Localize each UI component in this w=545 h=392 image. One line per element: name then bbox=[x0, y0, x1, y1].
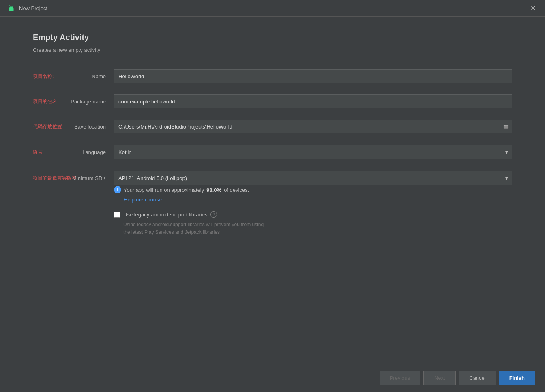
browse-button[interactable] bbox=[500, 120, 512, 133]
package-label-container: Package name bbox=[33, 99, 114, 105]
save-input-container bbox=[114, 120, 512, 133]
package-row: 项目的包名 Package name bbox=[33, 94, 512, 108]
sdk-info: i Your app will run on approximately 98.… bbox=[114, 186, 512, 203]
name-label-text: Name bbox=[92, 73, 106, 79]
info-icon: i bbox=[114, 186, 121, 193]
sdk-select-container: API 21: Android 5.0 (Lollipop) API 22: A… bbox=[114, 171, 512, 185]
legacy-checkbox-row: Use legacy android.support.libraries ? bbox=[114, 211, 512, 218]
sdk-info-suffix: of devices. bbox=[224, 187, 249, 193]
next-button[interactable]: Next bbox=[423, 371, 456, 385]
dialog-content: Empty Activity Creates a new empty activ… bbox=[0, 17, 545, 364]
checkbox-label: Use legacy android.support.libraries bbox=[123, 212, 207, 218]
name-input-container bbox=[114, 69, 512, 83]
new-project-dialog: New Project ✕ Empty Activity Creates a n… bbox=[0, 0, 545, 392]
title-bar: New Project ✕ bbox=[0, 0, 545, 17]
save-row: 代码存放位置 Save location bbox=[33, 120, 512, 133]
package-input[interactable] bbox=[114, 94, 512, 108]
language-label-container: Language bbox=[33, 149, 114, 155]
activity-subtitle: Creates a new empty activity bbox=[33, 47, 512, 53]
language-select-wrapper: Kotlin Java bbox=[114, 145, 512, 159]
sdk-label: Minimum SDK bbox=[72, 175, 106, 181]
name-input[interactable] bbox=[114, 69, 512, 83]
title-bar-left: New Project bbox=[7, 4, 47, 13]
checkbox-desc-line2: the latest Play Services and Jetpack lib… bbox=[123, 229, 512, 236]
sdk-row: 项目的最低兼容版本 Minimum SDK API 21: Android 5.… bbox=[33, 171, 512, 185]
sdk-percent: 98.0% bbox=[206, 187, 221, 193]
close-button[interactable]: ✕ bbox=[528, 4, 538, 13]
help-me-choose-link[interactable]: Help me choose bbox=[124, 197, 162, 203]
checkbox-desc-line1: Using legacy android.support.libraries w… bbox=[123, 221, 512, 229]
language-select[interactable]: Kotlin Java bbox=[114, 145, 512, 159]
cancel-button[interactable]: Cancel bbox=[459, 371, 496, 385]
finish-button[interactable]: Finish bbox=[499, 371, 535, 385]
svg-line-3 bbox=[13, 6, 13, 7]
language-row: 语言 Language Kotlin Java bbox=[33, 145, 512, 159]
name-label: Name bbox=[92, 73, 106, 79]
previous-button[interactable]: Previous bbox=[380, 371, 421, 385]
sdk-label-container: Minimum SDK bbox=[33, 175, 114, 181]
svg-line-2 bbox=[10, 6, 11, 7]
save-input-with-browse bbox=[114, 120, 512, 133]
package-input-container bbox=[114, 94, 512, 108]
activity-title: Empty Activity bbox=[33, 33, 512, 42]
language-select-container: Kotlin Java bbox=[114, 145, 512, 159]
legacy-checkbox[interactable] bbox=[114, 212, 120, 218]
sdk-select[interactable]: API 21: Android 5.0 (Lollipop) API 22: A… bbox=[114, 171, 512, 185]
package-label: Package name bbox=[71, 99, 106, 105]
checkbox-description: Using legacy android.support.libraries w… bbox=[114, 221, 512, 236]
android-icon bbox=[7, 4, 16, 13]
window-title: New Project bbox=[19, 5, 47, 11]
dialog-footer: Previous Next Cancel Finish bbox=[0, 364, 545, 392]
save-label: Save location bbox=[74, 124, 106, 130]
name-label-container: Name bbox=[33, 73, 114, 79]
save-location-input[interactable] bbox=[114, 120, 500, 133]
language-label: Language bbox=[82, 149, 106, 155]
question-icon[interactable]: ? bbox=[210, 211, 217, 218]
sdk-info-prefix: Your app will run on approximately bbox=[124, 187, 204, 193]
save-label-container: Save location bbox=[33, 124, 114, 130]
sdk-select-wrapper: API 21: Android 5.0 (Lollipop) API 22: A… bbox=[114, 171, 512, 185]
name-row: 项目名称: Name bbox=[33, 69, 512, 83]
sdk-info-text-row: i Your app will run on approximately 98.… bbox=[114, 186, 512, 193]
folder-icon bbox=[503, 124, 509, 129]
